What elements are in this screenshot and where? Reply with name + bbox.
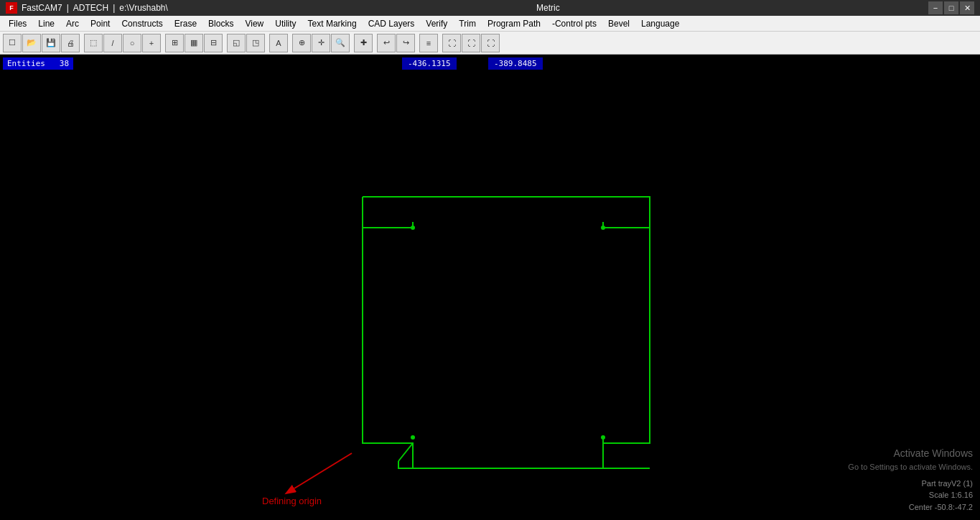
snap-toolbar-button[interactable]: ⊞ — [165, 34, 184, 52]
circle-toolbar-button[interactable]: ○ — [123, 34, 141, 52]
rect-toolbar-button[interactable]: ⬚ — [84, 34, 103, 52]
maximize-button[interactable]: □ — [944, 1, 958, 14]
c1-toolbar-button[interactable]: ⛶ — [442, 34, 461, 52]
center-info: Center -50.8:-47.2 — [848, 501, 973, 514]
close-button[interactable]: ✕ — [960, 1, 974, 14]
print-toolbar-button[interactable]: 🖨 — [61, 34, 80, 52]
menu-item-line[interactable]: Line — [32, 17, 60, 30]
entities-label: Entities — [7, 59, 45, 68]
entities-count: 38 — [60, 59, 69, 68]
open-toolbar-button[interactable]: 📂 — [22, 34, 41, 52]
svg-point-9 — [601, 435, 605, 440]
toolbar-separator — [223, 34, 226, 52]
bottom-info: Activate Windows Go to Settings to activ… — [848, 446, 973, 513]
txt-toolbar-button[interactable]: A — [269, 34, 288, 52]
c3-toolbar-button[interactable]: ⛶ — [481, 34, 500, 52]
title-metric: Metric — [168, 3, 928, 13]
toolbar-separator — [416, 34, 419, 52]
sep1: | — [67, 3, 69, 13]
menu-item-utility[interactable]: Utility — [269, 17, 302, 30]
scale-info: Scale 1:6.16 — [848, 489, 973, 501]
vp1-toolbar-button[interactable]: ◱ — [227, 34, 246, 52]
rm-toolbar-button[interactable]: ⊟ — [204, 34, 223, 52]
svg-point-8 — [411, 435, 415, 440]
sep2: | — [113, 3, 115, 13]
menu-item--control-pts[interactable]: -Control pts — [546, 17, 602, 30]
svg-line-10 — [398, 443, 413, 461]
menu-item-trim[interactable]: Trim — [453, 17, 482, 30]
svg-line-11 — [294, 453, 352, 488]
menu-item-verify[interactable]: Verify — [420, 17, 453, 30]
toolbar-separator — [289, 34, 291, 52]
menubar: FilesLineArcPointConstructsEraseBlocksVi… — [0, 16, 980, 32]
menu-item-bevel[interactable]: Bevel — [602, 17, 635, 30]
titlebar-left: F FastCAM7 | ADTECH | e:\Vrushabh\ — [6, 2, 168, 14]
new-toolbar-button[interactable]: ☐ — [3, 34, 22, 52]
cad-canvas-area[interactable]: Defining origin Activate Windows Go to S… — [0, 72, 980, 520]
redo-toolbar-button[interactable]: ↪ — [396, 34, 415, 52]
toolbar-separator — [373, 34, 376, 52]
add-pt-toolbar-button[interactable]: + — [142, 34, 161, 52]
toolbar: ☐📂💾🖨⬚/○+⊞▦⊟◱◳A⊕✛🔍✚↩↪≡⛶⛶⛶ — [0, 32, 980, 55]
menu-item-blocks[interactable]: Blocks — [202, 17, 239, 30]
cad-drawing: Defining origin — [0, 72, 980, 520]
toolbar-separator — [266, 34, 269, 52]
toolbar-separator — [80, 34, 83, 52]
plus2-toolbar-button[interactable]: ✚ — [354, 34, 373, 52]
company: ADTECH — [73, 3, 108, 13]
cross-toolbar-button[interactable]: ✛ — [312, 34, 330, 52]
entities-status: Entities 38 — [3, 57, 73, 70]
menu-item-arc[interactable]: Arc — [60, 17, 85, 30]
save-toolbar-button[interactable]: 💾 — [42, 34, 60, 52]
app-icon: F — [6, 2, 17, 14]
activate-windows-text: Activate Windows Go to Settings to activ… — [848, 446, 973, 473]
target-toolbar-button[interactable]: ⊕ — [292, 34, 311, 52]
undo-toolbar-button[interactable]: ↩ — [377, 34, 396, 52]
coord-x: -436.1315 — [402, 57, 457, 70]
svg-point-7 — [601, 226, 605, 230]
svg-point-6 — [411, 226, 415, 230]
titlebar: F FastCAM7 | ADTECH | e:\Vrushabh\ Metri… — [0, 0, 980, 16]
toolbar-separator — [350, 34, 353, 52]
vp2-toolbar-button[interactable]: ◳ — [246, 34, 265, 52]
menu-item-view[interactable]: View — [239, 17, 269, 30]
part-info: Part trayV2 (1) — [848, 478, 973, 490]
minimize-button[interactable]: − — [928, 1, 943, 14]
menu-item-erase[interactable]: Erase — [169, 17, 202, 30]
menu-item-language[interactable]: Language — [635, 17, 685, 30]
mnu-toolbar-button[interactable]: ≡ — [419, 34, 438, 52]
coord-y: -389.8485 — [488, 57, 543, 70]
status-bar: Entities 38 -436.1315 -389.8485 — [0, 55, 980, 72]
menu-item-constructs[interactable]: Constructs — [116, 17, 168, 30]
toolbar-separator — [162, 34, 164, 52]
app-name: FastCAM7 — [22, 3, 62, 13]
block-toolbar-button[interactable]: ▦ — [185, 34, 203, 52]
menu-item-point[interactable]: Point — [85, 17, 116, 30]
menu-item-files[interactable]: Files — [3, 17, 32, 30]
path: e:\Vrushabh\ — [119, 3, 168, 13]
toolbar-separator — [439, 34, 442, 52]
zm-toolbar-button[interactable]: 🔍 — [331, 34, 350, 52]
c2-toolbar-button[interactable]: ⛶ — [462, 34, 480, 52]
window-controls: − □ ✕ — [928, 1, 974, 14]
menu-item-program-path[interactable]: Program Path — [482, 17, 546, 30]
menu-item-text-marking[interactable]: Text Marking — [302, 17, 363, 30]
annotation-text: Defining origin — [262, 496, 322, 506]
menu-item-cad-layers[interactable]: CAD Layers — [363, 17, 421, 30]
line-toolbar-button[interactable]: / — [103, 34, 122, 52]
